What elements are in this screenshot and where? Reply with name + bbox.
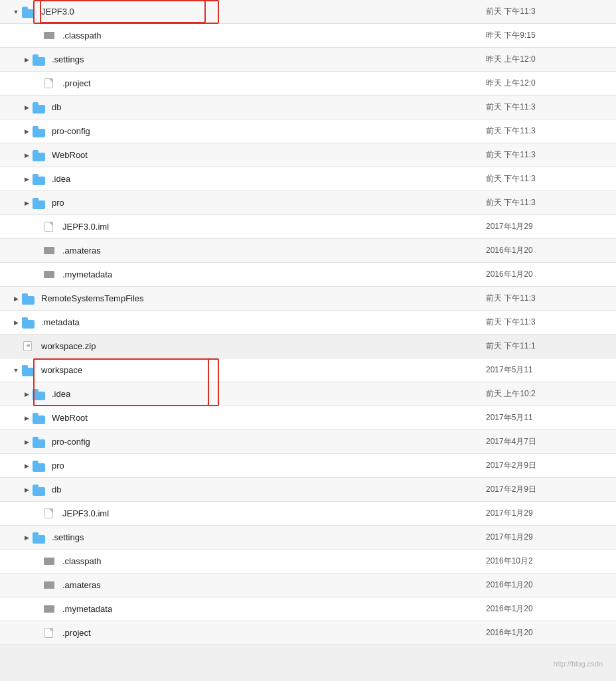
file-date: 2017年1月29	[486, 508, 605, 519]
file-row[interactable]: .project2016年1月20	[0, 621, 616, 645]
expand-arrow-icon[interactable]: ▶	[21, 152, 32, 159]
file-name-cell: ▶ .idea	[0, 173, 486, 186]
file-name-cell: .amateras	[0, 244, 486, 258]
file-list: ▼ JEPF3.0前天 下午11:3 .classpath昨天 下午9:15▶ …	[0, 0, 616, 645]
folder-icon	[32, 173, 46, 186]
folder-icon	[32, 459, 46, 473]
file-name-cell: ▶ .settings	[0, 53, 486, 66]
file-row[interactable]: ▶ pro-config2017年4月7日	[0, 430, 616, 454]
file-date: 昨天 上午12:0	[486, 78, 605, 89]
file-date: 2017年4月7日	[486, 436, 605, 447]
expand-arrow-icon[interactable]: ▶	[11, 295, 21, 302]
file-date: 2017年1月29	[486, 221, 605, 232]
file-row[interactable]: ▶ db2017年2月9日	[0, 478, 616, 502]
expand-arrow-icon[interactable]: ▶	[21, 439, 32, 445]
file-row[interactable]: ▶ .idea前天 下午11:3	[0, 167, 616, 191]
expand-arrow-icon[interactable]: ▶	[21, 128, 32, 135]
file-row[interactable]: ▶ pro2017年2月9日	[0, 454, 616, 478]
file-date: 2017年5月11	[486, 412, 605, 423]
small-gray-icon	[42, 579, 57, 592]
file-date: 前天 下午11:3	[486, 125, 605, 137]
expand-arrow-icon[interactable]: ▶	[21, 534, 32, 541]
file-name-cell: .classpath	[0, 29, 486, 42]
file-row[interactable]: .amateras2016年1月20	[0, 239, 616, 263]
file-name-cell: ▶ .idea	[0, 388, 486, 401]
small-gray-icon	[42, 555, 57, 568]
file-name-cell: .mymetadata	[0, 268, 486, 281]
expand-arrow-icon[interactable]: ▶	[21, 104, 32, 111]
expand-arrow-icon[interactable]: ▶	[21, 200, 32, 206]
file-row[interactable]: ▶ pro前天 下午11:3	[0, 191, 616, 215]
file-row[interactable]: ▶ pro-config前天 下午11:3	[0, 119, 616, 143]
file-row[interactable]: JEPF3.0.iml2017年1月29	[0, 502, 616, 526]
folder-icon	[21, 316, 36, 329]
file-name-cell: .amateras	[0, 579, 486, 592]
file-row[interactable]: .mymetadata2016年1月20	[0, 263, 616, 287]
expand-arrow-icon[interactable]: ▶	[11, 319, 21, 326]
file-row[interactable]: ▶ RemoteSystemsTempFiles前天 下午11:3	[0, 287, 616, 311]
file-label: .amateras	[62, 580, 101, 590]
folder-icon	[32, 412, 46, 425]
file-date: 前天 下午11:3	[486, 317, 605, 328]
file-name-cell: ▶ .metadata	[0, 316, 486, 329]
file-row[interactable]: ▶ WebRoot2017年5月11	[0, 406, 616, 430]
file-date: 2017年1月29	[486, 532, 605, 543]
folder-icon	[32, 149, 46, 162]
file-row[interactable]: .mymetadata2016年1月20	[0, 597, 616, 621]
file-name-cell: ▶ db	[0, 483, 486, 496]
file-label: pro-config	[52, 437, 90, 447]
folder-icon	[32, 483, 46, 496]
file-date: 前天 上午10:2	[486, 388, 605, 400]
folder-icon	[21, 292, 36, 305]
file-row[interactable]: ▼ JEPF3.0前天 下午11:3	[0, 0, 616, 24]
file-name-cell: workspace.zip	[0, 340, 486, 353]
file-row[interactable]: .classpath2016年10月2	[0, 550, 616, 573]
collapse-arrow-icon[interactable]: ▼	[11, 9, 21, 15]
file-row[interactable]: JEPF3.0.iml2017年1月29	[0, 215, 616, 239]
file-label: .project	[62, 78, 91, 88]
file-label: .settings	[52, 54, 84, 64]
expand-arrow-icon[interactable]: ▶	[21, 463, 32, 469]
file-row[interactable]: ▶ WebRoot前天 下午11:3	[0, 143, 616, 167]
file-row[interactable]: ▶ .metadata前天 下午11:3	[0, 311, 616, 335]
small-gray-icon	[42, 603, 57, 616]
expand-arrow-icon[interactable]: ▶	[21, 176, 32, 183]
file-label: pro	[52, 198, 64, 208]
file-row[interactable]: ▶ .settings2017年1月29	[0, 526, 616, 550]
file-date: 前天 下午11:1	[486, 340, 605, 352]
file-icon	[42, 507, 57, 520]
file-date: 2016年1月20	[486, 603, 605, 615]
file-row[interactable]: .project昨天 上午12:0	[0, 72, 616, 96]
expand-arrow-icon[interactable]: ▶	[21, 56, 32, 63]
file-row[interactable]: ▼ workspace2017年5月11	[0, 358, 616, 382]
expand-arrow-icon[interactable]: ▶	[21, 391, 32, 398]
file-icon	[42, 77, 57, 90]
file-row[interactable]: workspace.zip前天 下午11:1	[0, 335, 616, 358]
file-date: 2017年2月9日	[486, 484, 605, 495]
file-date: 前天 下午11:3	[486, 197, 605, 208]
file-label: db	[52, 102, 61, 112]
file-row[interactable]: .amateras2016年1月20	[0, 573, 616, 597]
file-row[interactable]: .classpath昨天 下午9:15	[0, 24, 616, 48]
file-date: 前天 下午11:3	[486, 102, 605, 113]
file-date: 前天 下午11:3	[486, 173, 605, 185]
file-icon	[42, 220, 57, 234]
folder-icon	[32, 435, 46, 449]
small-gray-icon	[42, 268, 57, 281]
file-row[interactable]: ▶ .idea前天 上午10:2	[0, 382, 616, 406]
file-name-cell: .project	[0, 77, 486, 90]
expand-arrow-icon[interactable]: ▶	[21, 487, 32, 493]
expand-arrow-icon[interactable]: ▶	[21, 415, 32, 421]
collapse-arrow-icon[interactable]: ▼	[11, 367, 21, 374]
file-name-cell: ▼ JEPF3.0	[0, 5, 486, 19]
file-date: 前天 下午11:3	[486, 293, 605, 304]
file-label: db	[52, 485, 61, 494]
file-row[interactable]: ▶ .settings昨天 上午12:0	[0, 48, 616, 72]
file-label: workspace	[41, 365, 82, 375]
file-label: pro-config	[52, 126, 90, 136]
file-name-cell: ▶ pro	[0, 459, 486, 473]
folder-icon	[32, 125, 46, 138]
file-row[interactable]: ▶ db前天 下午11:3	[0, 96, 616, 119]
file-date: 2017年2月9日	[486, 460, 605, 471]
file-name-cell: JEPF3.0.iml	[0, 220, 486, 234]
